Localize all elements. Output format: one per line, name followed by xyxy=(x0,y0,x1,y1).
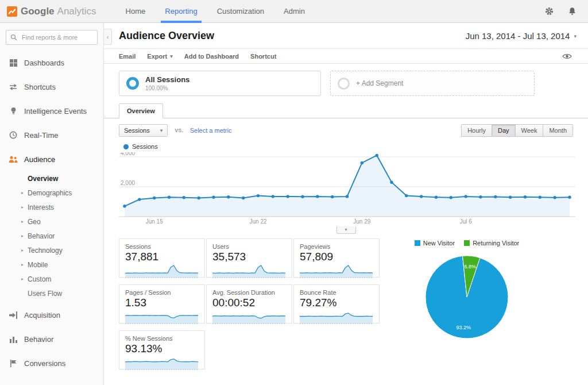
sessions-chart-area: 2,0004,000Jun 15Jun 22Jun 29Jul 6 xyxy=(104,151,588,228)
sidebar-item-behavior[interactable]: Behavior xyxy=(0,327,103,351)
svg-text:Jun 15: Jun 15 xyxy=(146,218,163,225)
metric-sparkline xyxy=(300,309,373,324)
sidebar-navigation: DashboardsShortcutsIntelligence EventsRe… xyxy=(0,51,103,375)
metric-label: Bounce Rate xyxy=(300,289,373,296)
sidebar-subitem-geo[interactable]: ▸Geo xyxy=(0,214,103,229)
report-search-box[interactable] xyxy=(6,30,98,45)
add-segment-circle-icon xyxy=(338,78,350,90)
chevron-down-icon: ▾ xyxy=(574,33,577,39)
chevron-right-icon: ▸ xyxy=(21,190,24,195)
chevron-down-icon: ▾ xyxy=(170,53,173,59)
metric-dropdown-value: Sessions xyxy=(124,127,150,134)
svg-text:2,000: 2,000 xyxy=(121,180,135,186)
metric-dropdown[interactable]: Sessions ▾ xyxy=(119,124,168,137)
add-segment-button[interactable]: + Add Segment xyxy=(330,71,535,96)
add-segment-label: + Add Segment xyxy=(356,79,403,87)
report-tabs: Overview xyxy=(104,103,588,118)
nav-reporting[interactable]: Reporting xyxy=(155,0,207,23)
nav-admin[interactable]: Admin xyxy=(274,0,315,23)
sidebar-item-dashboards[interactable]: Dashboards xyxy=(0,51,103,75)
sidebar-item-acquisition[interactable]: Acquisition xyxy=(0,303,103,327)
chevron-right-icon: ▸ xyxy=(21,262,24,267)
sessions-legend-dot-icon xyxy=(123,144,129,149)
toolbar-add-to-dashboard-button[interactable]: Add to Dashboard xyxy=(184,53,239,60)
metric-label: % New Sessions xyxy=(125,335,199,342)
acquisition-icon xyxy=(9,311,18,319)
line-chart-legend: Sessions xyxy=(104,137,588,151)
sidebar-subitem-mobile[interactable]: ▸Mobile xyxy=(0,257,103,272)
granularity-day-button[interactable]: Day xyxy=(492,124,516,137)
svg-text:Jun 22: Jun 22 xyxy=(249,218,266,225)
top-icons xyxy=(544,6,577,16)
granularity-month-button[interactable]: Month xyxy=(543,124,573,137)
metric-sparkline xyxy=(212,263,285,278)
toolbar-export-button[interactable]: Export▾ xyxy=(147,53,172,60)
search-icon xyxy=(10,34,17,41)
brand-analytics: Analytics xyxy=(57,6,96,17)
brand-google: Google xyxy=(21,6,55,17)
chevron-right-icon: ▸ xyxy=(21,205,24,210)
metric-value: 37,881 xyxy=(125,251,199,263)
shortcuts-icon xyxy=(9,83,18,91)
metric-label: Sessions xyxy=(125,243,199,250)
sidebar-subitem-demographics[interactable]: ▸Demographics xyxy=(0,186,103,200)
legend-swatch-icon xyxy=(415,240,420,246)
behavior-icon xyxy=(9,336,18,343)
svg-text:Jul 6: Jul 6 xyxy=(460,218,473,225)
chevron-right-icon: ▸ xyxy=(21,233,24,238)
dashboards-icon xyxy=(9,59,18,67)
sidebar-subitem-interests[interactable]: ▸Interests xyxy=(0,200,103,214)
select-metric-link[interactable]: Select a metric xyxy=(190,127,232,134)
visibility-eye-icon[interactable] xyxy=(562,53,572,60)
all-sessions-segment[interactable]: All Sessions 100.00% xyxy=(119,71,321,96)
chevron-down-icon: ▾ xyxy=(160,128,163,133)
visitor-type-pie: 93.2%6.8% xyxy=(412,248,521,346)
granularity-hourly-button[interactable]: Hourly xyxy=(461,124,492,137)
nav-home[interactable]: Home xyxy=(116,0,156,23)
metric-sparkline xyxy=(125,263,198,278)
metric-value: 35,573 xyxy=(212,251,286,263)
sessions-line-chart: 2,0004,000Jun 15Jun 22Jun 29Jul 6 xyxy=(119,152,575,225)
metric-label: Users xyxy=(212,243,286,250)
sidebar-item-real-time[interactable]: Real-Time xyxy=(0,123,103,147)
search-input[interactable] xyxy=(21,33,98,41)
pie-legend-returning-visitor: Returning Visitor xyxy=(464,240,519,247)
toolbar-email-button[interactable]: Email xyxy=(119,53,136,60)
sidebar-item-shortcuts[interactable]: Shortcuts xyxy=(0,75,103,99)
metric-card-avg-session-duration: Avg. Session Duration00:00:52 xyxy=(206,284,292,324)
notifications-bell-icon[interactable] xyxy=(568,7,577,16)
sidebar-subitem-technology[interactable]: ▸Technology xyxy=(0,243,103,257)
nav-customization[interactable]: Customization xyxy=(207,0,274,23)
tab-overview[interactable]: Overview xyxy=(119,103,163,118)
sidebar-item-intelligence-events[interactable]: Intelligence Events xyxy=(0,99,103,123)
settings-gear-icon[interactable] xyxy=(544,6,554,16)
summary-section: Sessions37,881Users35,573Pageviews57,809… xyxy=(104,234,588,369)
metric-label: Avg. Session Duration xyxy=(212,289,286,296)
analytics-logo-icon xyxy=(7,6,17,17)
metric-sparkline xyxy=(125,309,198,324)
sidebar-subitem-overview[interactable]: Overview xyxy=(0,171,103,186)
sidebar: DashboardsShortcutsIntelligence EventsRe… xyxy=(0,23,104,385)
sidebar-item-audience[interactable]: Audience xyxy=(0,147,103,171)
google-analytics-logo[interactable]: Google Analytics xyxy=(7,6,96,17)
top-bar: Google Analytics HomeReportingCustomizat… xyxy=(0,0,588,23)
sidebar-collapse-button[interactable]: ‹ xyxy=(104,29,112,45)
sidebar-subitem-custom[interactable]: ▸Custom xyxy=(0,272,103,286)
chart-controls: Sessions ▾ VS. Select a metric HourlyDay… xyxy=(104,118,588,137)
segment-donut-icon xyxy=(126,77,139,90)
date-range-selector[interactable]: Jun 13, 2014 - Jul 13, 2014 ▾ xyxy=(466,31,577,41)
visitor-pie-chart: 93.2%6.8% xyxy=(394,248,539,349)
sidebar-subitem-users-flow[interactable]: Users Flow xyxy=(0,286,103,301)
metric-label: Pageviews xyxy=(300,243,373,250)
metric-sparkline xyxy=(212,309,285,324)
metric-card-pages-session: Pages / Session1.53 xyxy=(119,284,205,324)
metric-sparkline xyxy=(125,355,198,370)
metric-card-pageviews: Pageviews57,809 xyxy=(293,238,380,278)
metric-value: 93.13% xyxy=(125,342,199,355)
main-content: ‹ Audience Overview Jun 13, 2014 - Jul 1… xyxy=(104,23,588,385)
granularity-week-button[interactable]: Week xyxy=(516,124,544,137)
sidebar-item-conversions[interactable]: Conversions xyxy=(0,351,103,375)
toolbar-shortcut-button[interactable]: Shortcut xyxy=(250,53,276,60)
sidebar-subitem-behavior[interactable]: ▸Behavior xyxy=(0,229,103,243)
svg-text:93.2%: 93.2% xyxy=(456,325,471,330)
